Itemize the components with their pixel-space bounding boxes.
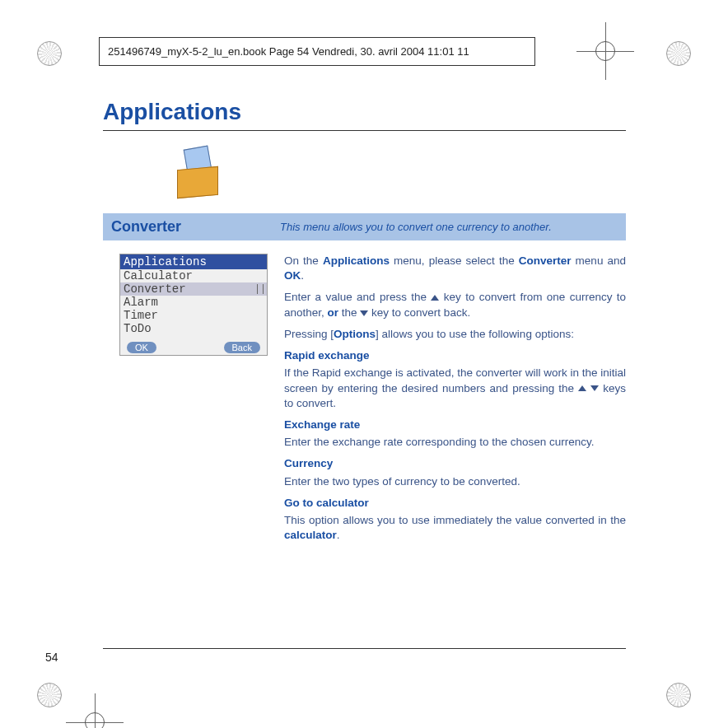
subhead-rate: Exchange rate: [284, 418, 626, 432]
para-rate: Enter the exchange rate corresponding to…: [284, 435, 626, 450]
para-currency: Enter the two types of currency to be co…: [284, 474, 626, 489]
para-rapid: If the Rapid exchange is activated, the …: [284, 366, 626, 411]
cropmark-bl: [33, 679, 66, 712]
phone-softkey-back: Back: [224, 342, 260, 353]
down-arrow-icon: [360, 310, 368, 316]
subhead-calc: Go to calculator: [284, 496, 626, 511]
phone-item-alarm: Alarm: [120, 296, 267, 309]
printer-info-text: 251496749_myX-5-2_lu_en.book Page 54 Ven…: [108, 45, 469, 58]
applications-icon: [169, 147, 226, 197]
page-heading: Applications: [103, 99, 626, 131]
cropmark-tl: [33, 37, 66, 70]
para-calc: This option allows you to use immediatel…: [284, 513, 626, 543]
subhead-currency: Currency: [284, 456, 626, 471]
para-2: Enter a value and press the key to conve…: [284, 290, 626, 320]
down-arrow-icon: [590, 385, 599, 391]
phone-title: Applications: [120, 254, 267, 269]
section-bar: Converter This menu allows you to conver…: [103, 213, 626, 240]
para-3: Pressing [Options] allows you to use the…: [284, 327, 626, 342]
para-1: On the Applications menu, please select …: [284, 254, 626, 283]
section-title: Converter: [111, 218, 181, 236]
footer-rule: [103, 648, 626, 649]
printer-info-bar: 251496749_myX-5-2_lu_en.book Page 54 Ven…: [99, 37, 535, 66]
up-arrow-icon: [578, 385, 586, 391]
phone-item-converter: Converter: [120, 282, 267, 296]
phone-item-timer: Timer: [120, 309, 267, 322]
phone-softkey-ok: OK: [127, 342, 156, 353]
cropmark-tr: [662, 37, 695, 70]
phone-item-calculator: Calculator: [120, 269, 267, 282]
cropmark-br: [662, 679, 695, 712]
up-arrow-icon: [431, 295, 439, 301]
page-number: 54: [45, 651, 58, 664]
section-desc: This menu allows you to convert one curr…: [280, 221, 552, 233]
body-text: On the Applications menu, please select …: [284, 254, 626, 550]
subhead-rapid: Rapid exchange: [284, 348, 626, 363]
phone-screenshot: Applications Calculator Converter Alarm …: [119, 254, 268, 385]
phone-item-todo: ToDo: [120, 322, 267, 335]
